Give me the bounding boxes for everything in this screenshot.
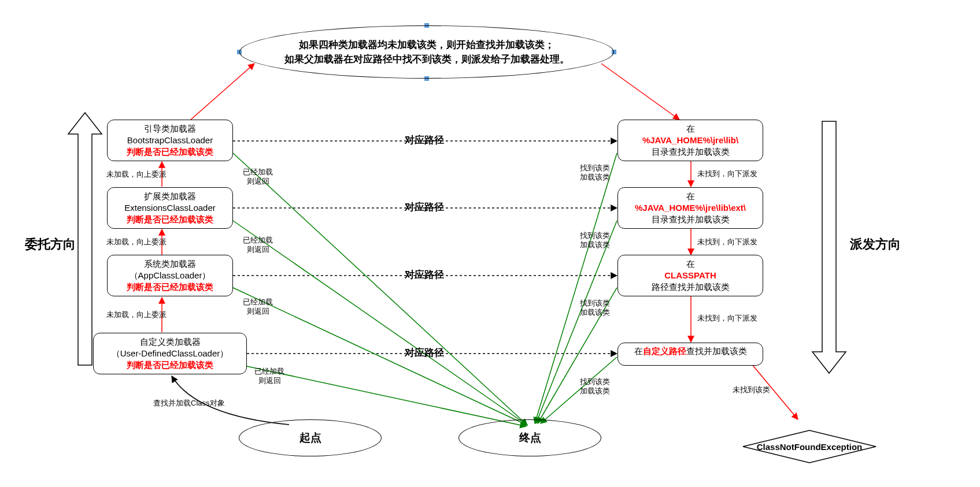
edge-label-dispatch: 未找到，向下派发: [697, 169, 757, 179]
edge-label-found: 找到该类 加载该类: [580, 299, 610, 318]
box-line1: 在: [622, 123, 759, 135]
edge-label-found: 找到该类 加载该类: [580, 163, 610, 183]
edge-label-path: 对应路径: [405, 134, 444, 146]
box-line1: 自定义类加载器: [97, 336, 243, 348]
box-line3: 目录查找并加载该类: [622, 146, 759, 158]
box-line1: 扩展类加载器: [111, 191, 229, 202]
edge-label-loaded: 已经加载 则返回: [254, 367, 284, 386]
left-direction-label: 委托方向: [25, 236, 76, 253]
edge-label-delegate: 未加载，向上委派: [106, 170, 167, 179]
box-bootstrap-path: 在 %JAVA_HOME%\jre\lib\ 目录查找并加载该类: [617, 120, 763, 161]
top-note-line1: 如果四种类加载器均未加载该类，则开始查找并加载该类；: [257, 38, 596, 53]
box-bootstrap-loader: 引导类加载器 BootstrapClassLoader 判断是否已经加载该类: [107, 120, 233, 161]
edge-label-found: 找到该类 加载该类: [580, 231, 610, 250]
box-app-loader: 系统类加载器 （AppClassLoader） 判断是否已经加载该类: [107, 255, 233, 296]
box-line3: 判断是否已经加载该类: [97, 359, 243, 371]
box-user-path: 在 自定义路径 查找并加载该类: [617, 343, 763, 366]
edge-label-dispatch: 未找到，向下派发: [697, 237, 757, 247]
box-line2: ExtensionsClassLoader: [111, 202, 229, 214]
end-node: 终点: [458, 419, 601, 456]
box-user-loader: 自定义类加载器 （User-DefinedClassLoader） 判断是否已经…: [93, 333, 247, 374]
box-line1: 在: [622, 191, 759, 202]
box-line3: 判断是否已经加载该类: [111, 146, 229, 158]
box-line1: 引导类加载器: [111, 123, 229, 135]
edge-label-delegate: 未加载，向上委派: [106, 237, 167, 247]
diagram-root: 如果四种类加载器均未加载该类，则开始查找并加载该类； 如果父加载器在对应路径中找…: [0, 0, 980, 487]
box-ext-path: 在 %JAVA_HOME%\jre\lib\ext\ 目录查找并加载该类: [617, 187, 763, 229]
edge-label-dispatch: 未找到，向下派发: [697, 314, 757, 323]
box-line2: %JAVA_HOME%\jre\lib\ext\: [622, 202, 759, 214]
edge-label-start: 查找并加载Class对象: [153, 399, 225, 408]
edge-label-notfound: 未找到该类: [733, 385, 770, 395]
exception-node: ClassNotFoundException: [743, 430, 876, 463]
edge-label-loaded: 已经加载 则返回: [243, 298, 273, 317]
svg-line-8: [601, 64, 679, 120]
start-label: 起点: [299, 430, 321, 445]
svg-line-15: [233, 288, 527, 425]
box-line3: 路径查找并加载该类: [622, 281, 759, 293]
box-app-path: 在 CLASSPATH 路径查找并加载该类: [617, 255, 763, 296]
box-text-post: 查找并加载该类: [686, 345, 747, 363]
top-note-line2: 如果父加载器在对应路径中找不到该类，则派发给子加载器处理。: [257, 52, 596, 67]
svg-line-16: [247, 366, 526, 426]
edge-label-loaded: 已经加载 则返回: [243, 168, 273, 187]
box-line1: 系统类加载器: [111, 258, 229, 270]
edge-label-path: 对应路径: [405, 347, 444, 359]
exception-label: ClassNotFoundException: [757, 442, 863, 452]
box-line3: 判断是否已经加载该类: [111, 214, 229, 225]
edge-label-path: 对应路径: [405, 201, 444, 213]
top-note: 如果四种类加载器均未加载该类，则开始查找并加载该类； 如果父加载器在对应路径中找…: [239, 25, 614, 79]
box-line1: 在: [622, 258, 759, 270]
right-direction-label: 派发方向: [850, 236, 901, 253]
edge-label-found: 找到该类 加载该类: [580, 377, 610, 396]
box-text-pre: 在: [634, 345, 643, 363]
box-line2: CLASSPATH: [622, 270, 759, 281]
box-line3: 判断是否已经加载该类: [111, 281, 229, 293]
box-text-highlight: 自定义路径: [643, 345, 686, 363]
box-line2: （AppClassLoader）: [111, 270, 229, 281]
edge-label-path: 对应路径: [405, 269, 444, 281]
start-node: 起点: [239, 419, 382, 456]
box-ext-loader: 扩展类加载器 ExtensionsClassLoader 判断是否已经加载该类: [107, 187, 233, 229]
end-label: 终点: [519, 430, 541, 445]
box-line3: 目录查找并加载该类: [622, 214, 759, 225]
box-line2: （User-DefinedClassLoader）: [97, 348, 243, 359]
edge-label-loaded: 已经加载 则返回: [243, 236, 273, 255]
box-line2: BootstrapClassLoader: [111, 135, 229, 146]
box-line2: %JAVA_HOME%\jre\lib\: [622, 135, 759, 146]
svg-line-7: [191, 64, 254, 120]
edge-label-delegate: 未加载，向上委派: [106, 310, 167, 319]
